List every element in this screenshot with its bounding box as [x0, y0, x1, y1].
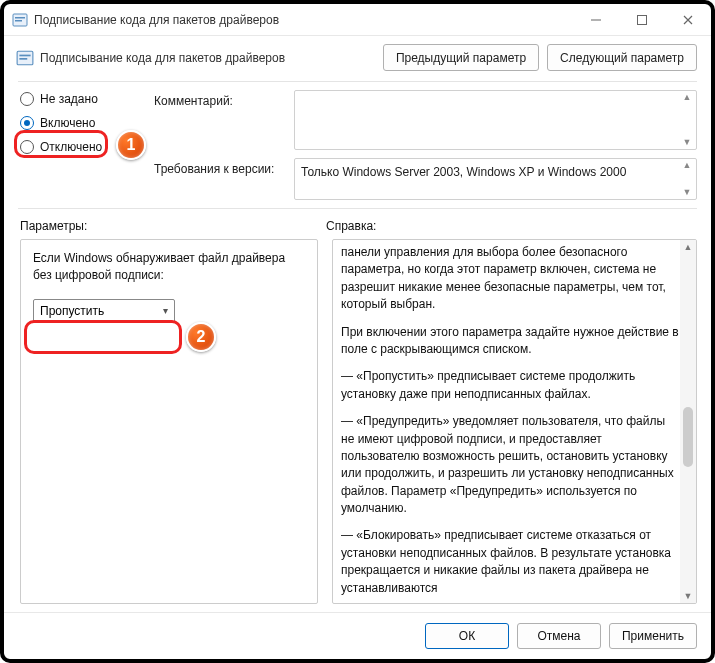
options-label: Параметры:	[20, 219, 326, 233]
scroll-down-icon: ▼	[680, 138, 694, 147]
chevron-down-icon: ▾	[163, 305, 168, 316]
radio-label: Включено	[40, 116, 95, 130]
minimize-button[interactable]	[573, 4, 619, 36]
ok-button[interactable]: ОК	[425, 623, 509, 649]
prev-setting-button[interactable]: Предыдущий параметр	[383, 44, 539, 71]
svg-rect-7	[19, 58, 27, 60]
maximize-button[interactable]	[619, 4, 665, 36]
policy-header: Подписывание кода для пакетов драйверов …	[4, 36, 711, 81]
scroll-up-icon: ▲	[684, 240, 693, 254]
cancel-button[interactable]: Отмена	[517, 623, 601, 649]
radio-label: Не задано	[40, 92, 98, 106]
comment-label: Комментарий:	[154, 90, 286, 108]
scrollbar[interactable]: ▲ ▼	[680, 240, 696, 603]
radio-enabled[interactable]: Включено	[20, 116, 140, 130]
svg-rect-2	[15, 20, 22, 22]
radio-disabled[interactable]: Отключено	[20, 140, 140, 154]
combobox-value: Пропустить	[40, 304, 104, 318]
next-setting-button[interactable]: Следующий параметр	[547, 44, 697, 71]
help-label: Справка:	[326, 219, 697, 233]
radio-icon	[20, 92, 34, 106]
radio-not-configured[interactable]: Не задано	[20, 92, 140, 106]
svg-rect-3	[591, 19, 601, 20]
policy-icon	[16, 49, 34, 67]
options-panel: Если Windows обнаруживает файл драйвера …	[20, 239, 318, 604]
svg-rect-4	[638, 15, 647, 24]
state-radios: Не задано Включено Отключено	[20, 90, 140, 154]
svg-rect-6	[19, 54, 30, 56]
svg-rect-1	[15, 17, 25, 19]
signing-action-combobox[interactable]: Пропустить ▾	[33, 299, 175, 323]
scroll-up-icon: ▲	[680, 161, 694, 170]
policy-icon	[12, 12, 28, 28]
radio-icon	[20, 116, 34, 130]
option-description: Если Windows обнаруживает файл драйвера …	[33, 250, 305, 285]
apply-button[interactable]: Применить	[609, 623, 697, 649]
window-title: Подписывание кода для пакетов драйверов	[34, 13, 573, 27]
scroll-down-icon: ▼	[680, 188, 694, 197]
dialog-buttons: ОК Отмена Применить	[4, 612, 711, 659]
close-button[interactable]	[665, 4, 711, 36]
titlebar: Подписывание кода для пакетов драйверов	[4, 4, 711, 36]
requirements-text: Только Windows Server 2003, Windows XP и…	[301, 165, 626, 179]
help-text: панели управления для выбора более безоп…	[341, 240, 680, 603]
policy-name: Подписывание кода для пакетов драйверов	[40, 51, 375, 65]
scroll-down-icon: ▼	[684, 589, 693, 603]
radio-label: Отключено	[40, 140, 102, 154]
requirements-box: Только Windows Server 2003, Windows XP и…	[294, 158, 697, 200]
radio-icon	[20, 140, 34, 154]
comment-textarea[interactable]: ▲ ▼	[294, 90, 697, 150]
scroll-up-icon: ▲	[680, 93, 694, 102]
scroll-thumb[interactable]	[683, 407, 693, 467]
requirements-label: Требования к версии:	[154, 158, 286, 176]
scrollbar[interactable]: ▲ ▼	[680, 161, 694, 197]
scrollbar[interactable]: ▲ ▼	[680, 93, 694, 147]
help-panel: панели управления для выбора более безоп…	[332, 239, 697, 604]
